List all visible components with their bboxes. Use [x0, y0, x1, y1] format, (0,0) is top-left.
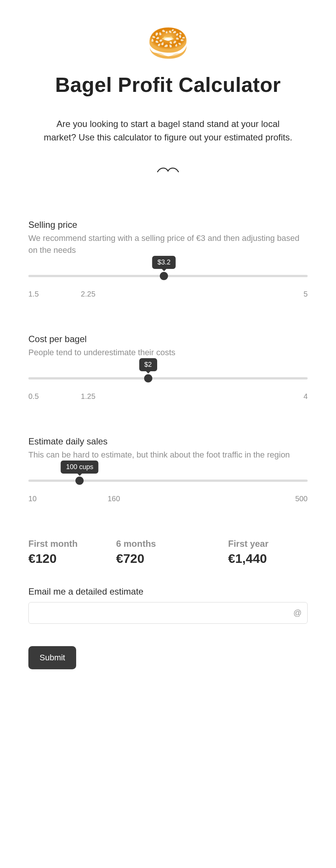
selling-price-label: Selling price: [28, 220, 308, 230]
daily-sales-thumb[interactable]: [75, 477, 84, 485]
selling-price-tooltip: $3.2: [152, 256, 176, 269]
first-month-value: €120: [28, 551, 109, 566]
cost-per-bagel-mid: 1.25: [81, 392, 96, 401]
cost-per-bagel-min: 0.5: [28, 392, 39, 401]
first-month-label: First month: [28, 539, 109, 549]
page-subtitle: Are you looking to start a bagel stand s…: [41, 117, 295, 144]
six-months-label: 6 months: [116, 539, 221, 549]
selling-price-min: 1.5: [28, 290, 39, 298]
daily-sales-tooltip: 100 cups: [61, 461, 99, 474]
cost-per-bagel-label: Cost per bagel: [28, 334, 308, 344]
selling-price-hint: We recommend starting with a selling pri…: [28, 232, 308, 256]
mustache-divider-icon: [28, 167, 308, 175]
page-title: Bagel Profit Calculator: [28, 73, 308, 97]
at-sign-icon: @: [293, 608, 302, 618]
submit-button[interactable]: Submit: [28, 646, 76, 669]
six-months-value: €720: [116, 551, 221, 566]
cost-per-bagel-field: Cost per bagel People tend to underestim…: [28, 334, 308, 401]
cost-per-bagel-max: 4: [304, 392, 308, 401]
email-section: Email me a detailed estimate @: [28, 586, 308, 624]
selling-price-max: 5: [304, 290, 308, 298]
selling-price-mid: 2.25: [81, 290, 96, 298]
results-row: First month €120 6 months €720 First yea…: [28, 539, 308, 566]
cost-per-bagel-slider[interactable]: $2: [28, 373, 308, 383]
bagel-icon: 🥯: [28, 26, 308, 60]
cost-per-bagel-thumb[interactable]: [144, 374, 152, 382]
daily-sales-mid: 160: [108, 495, 120, 503]
selling-price-slider[interactable]: $3.2: [28, 271, 308, 281]
daily-sales-field: Estimate daily sales This can be hard to…: [28, 436, 308, 503]
daily-sales-hint: This can be hard to estimate, but think …: [28, 449, 308, 461]
cost-per-bagel-tooltip: $2: [139, 358, 157, 371]
daily-sales-slider[interactable]: 100 cups: [28, 476, 308, 486]
cost-per-bagel-hint: People tend to underestimate their costs: [28, 347, 308, 359]
daily-sales-max: 500: [295, 495, 308, 503]
selling-price-thumb[interactable]: [160, 272, 168, 280]
first-year-label: First year: [228, 539, 308, 549]
selling-price-field: Selling price We recommend starting with…: [28, 220, 308, 298]
email-field[interactable]: [28, 602, 308, 624]
first-year-value: €1,440: [228, 551, 308, 566]
daily-sales-min: 10: [28, 495, 37, 503]
email-label: Email me a detailed estimate: [28, 586, 308, 597]
daily-sales-label: Estimate daily sales: [28, 436, 308, 447]
